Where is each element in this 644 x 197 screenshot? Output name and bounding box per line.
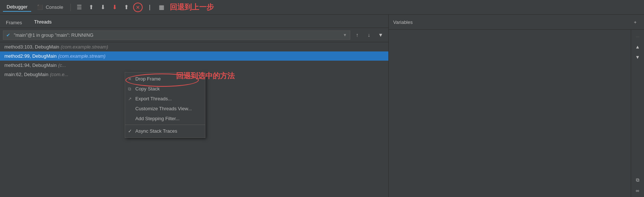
toolbar-btn-step-over[interactable]: ⬆ <box>86 3 96 12</box>
main-layout: Frames Threads ✔ "main"@1 in group "main… <box>0 15 644 197</box>
ctx-async-stack[interactable]: ✓ Async Stack Traces <box>125 126 205 136</box>
ctx-add-stepping[interactable]: Add Stepping Filter... <box>125 114 205 123</box>
toolbar-divider-1 <box>70 4 71 11</box>
scroll-down-btn[interactable]: ▼ <box>633 53 642 61</box>
ctx-separator <box>125 125 205 125</box>
thread-dropdown-value: "main"@1 in group "main": RUNNING <box>14 32 94 38</box>
right-panel: Variables + ─ ▲ ▼ ⧉ ∞ <box>389 15 644 197</box>
frame-method-1: method2:99, DebugMain <box>4 53 56 59</box>
drop-frame-icon: ✕ <box>128 76 132 82</box>
toolbar: Debugger ⬛ Console ☰ ⬆ ⬇ ⬇ ⬆ ✕ | ▦ 回退到上一… <box>0 0 644 15</box>
frame-method-2: method1:94, DebugMain <box>4 62 56 68</box>
tabs-row: Frames Threads <box>0 15 388 28</box>
thread-filter-btn[interactable]: ▼ <box>376 30 385 40</box>
variables-title: Variables <box>393 19 413 25</box>
copy-stack-icon: ⧉ <box>128 86 131 92</box>
frame-method-0: method3:103, DebugMain <box>4 44 59 50</box>
frame-item-1[interactable]: method2:99, DebugMain (com.example.strea… <box>0 51 388 61</box>
thread-up-btn[interactable]: ↑ <box>352 30 362 40</box>
tab-threads[interactable]: Threads <box>28 17 58 28</box>
checkmark-icon: ✓ <box>128 128 132 134</box>
scroll-up-btn[interactable]: ▲ <box>633 42 642 51</box>
export-icon: ↗ <box>128 96 132 101</box>
chevron-down-icon: ▼ <box>343 33 347 37</box>
annotation-step-back: 回退到上一步 <box>170 2 214 12</box>
watch-btn[interactable]: ∞ <box>633 186 642 195</box>
toolbar-btn-layout[interactable]: ▦ <box>157 3 166 12</box>
frame-class-3: (com.e... <box>50 72 69 77</box>
right-side: Variables + ─ ▲ ▼ ⧉ ∞ <box>389 15 644 197</box>
ctx-export-threads[interactable]: ↗ Export Threads... <box>125 94 205 104</box>
frame-item-0[interactable]: method3:103, DebugMain (com.example.stre… <box>0 42 388 51</box>
frame-item-2[interactable]: method1:94, DebugMain (c... <box>0 61 388 70</box>
frame-method-3: main:62, DebugMain <box>4 72 48 77</box>
collapse-btn: ─ <box>633 32 642 41</box>
thread-dropdown[interactable]: ✔ "main"@1 in group "main": RUNNING ▼ <box>3 31 350 40</box>
frame-class-1: (com.example.stream) <box>58 53 105 59</box>
toolbar-btn-step-into[interactable]: ⬇ <box>98 3 107 12</box>
ctx-customize-threads[interactable]: Customize Threads View... <box>125 104 205 114</box>
check-icon: ✔ <box>6 32 10 38</box>
frame-class-0: (com.example.stream) <box>61 44 108 50</box>
debugger-tab[interactable]: Debugger <box>3 3 31 12</box>
toolbar-btn-separator-pipe: | <box>145 3 154 12</box>
add-variable-btn[interactable]: + <box>631 18 640 26</box>
ctx-copy-stack[interactable]: ⧉ Copy Stack <box>125 84 205 94</box>
side-toolbar: ─ ▲ ▼ ⧉ ∞ <box>631 30 644 197</box>
toolbar-btn-menu[interactable]: ☰ <box>74 3 84 12</box>
context-menu: ✕ Drop Frame ⧉ Copy Stack ↗ Export Threa… <box>125 72 205 138</box>
tab-frames[interactable]: Frames <box>0 18 28 28</box>
annotation-drop-frame: 回退到选中的方法 <box>176 71 235 81</box>
toolbar-btn-drop-frame[interactable]: ✕ <box>133 3 143 12</box>
variables-content <box>389 30 631 197</box>
thread-down-btn[interactable]: ↓ <box>364 30 374 40</box>
toolbar-btn-step-out[interactable]: ⬇ <box>110 3 119 12</box>
copy-btn[interactable]: ⧉ <box>633 176 642 185</box>
toolbar-btn-run-to-cursor[interactable]: ⬆ <box>121 3 131 12</box>
frame-class-2: (c... <box>58 62 66 68</box>
thread-selector: ✔ "main"@1 in group "main": RUNNING ▼ ↑ … <box>0 28 388 42</box>
console-tab[interactable]: ⬛ Console <box>33 3 67 11</box>
